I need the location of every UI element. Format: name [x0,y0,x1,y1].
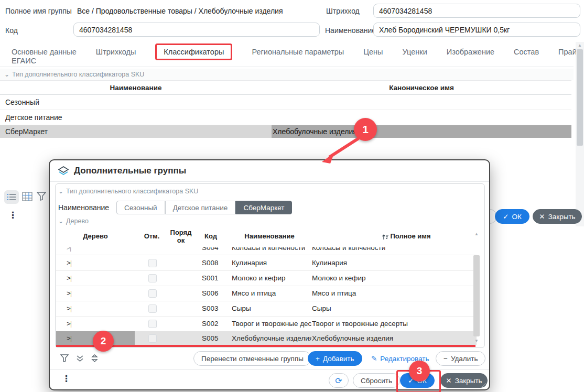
tree-expand-icon[interactable]: >| [67,286,71,301]
modal-kebab-menu[interactable]: ⋮ [62,373,71,384]
tree-expand-icon[interactable]: >| [67,255,71,270]
scroll-up-icon[interactable]: ▲ [474,232,479,236]
classifier-section-bar[interactable]: ⌄ Тип дополнительного классификатора SKU [0,69,574,80]
close-icon: ✕ [539,212,545,221]
tree-expand-icon[interactable]: >| [67,270,71,286]
annotation-arrow [315,115,383,168]
transfer-label: Перенести отмеченные группы [201,355,304,363]
code-label: Код [5,26,18,35]
table-row-clipped[interactable]: >| S004 Колбасы и копчености Колбасы и к… [56,247,477,255]
tab-barcodes[interactable]: Штрихкоды [96,48,136,56]
tab-main-data[interactable]: Основные данные [12,48,77,56]
mcol-fullname[interactable]: Полное имя [343,233,469,241]
tree-expand-icon[interactable]: >| [67,331,71,345]
table-row[interactable]: >| S006 Мясо и птица Мясо и птица [56,286,477,301]
transfer-groups-button[interactable]: Перенести отмеченные группы [193,351,311,366]
cell-code: S002 [202,316,219,331]
page-ok-button[interactable]: ✓ ОК [495,209,529,224]
sort-updown-icon[interactable] [91,354,98,362]
cell-name: Колбасы и копчености [232,247,305,252]
table-row[interactable]: Сезонный [0,95,571,110]
row-checkbox[interactable] [148,304,157,313]
expand-all-icon[interactable] [76,355,84,362]
filter-button[interactable] [37,191,46,201]
refresh-button[interactable]: ⟳ [329,373,349,388]
scroll-down-icon[interactable]: ▼ [474,339,479,343]
mcol-order[interactable]: Порядок [169,229,193,245]
tree-expand-icon[interactable]: >| [67,301,71,316]
segment-sbermarket[interactable]: СберМаркет [235,201,292,214]
page-kebab-menu[interactable]: ⋮ [8,210,17,221]
view-grid-button[interactable] [22,191,33,201]
column-header-canonical[interactable]: Каноническое имя [272,84,571,92]
tree-expand-icon[interactable]: >| [67,316,71,331]
scroll-up-icon[interactable]: ▲ [578,43,582,48]
table-row-selected[interactable]: >| S005 Хлебобулочные изделия Хлебобулоч… [56,331,477,345]
cell-name: Сыры [232,301,311,316]
mcol-code[interactable]: Код [194,233,228,241]
tab-egais[interactable]: ЕГАИС [12,57,36,65]
modal-close-button[interactable]: ✕ Закрыть [440,373,488,388]
filter-icon[interactable] [60,354,69,362]
segment-seasonal[interactable]: Сезонный [116,201,165,214]
mcol-checked[interactable]: Отм. [135,233,169,241]
cell-code: S003 [202,301,219,316]
page-scrollbar-thumb[interactable] [577,49,583,146]
barcode-input[interactable] [373,4,580,18]
tab-markdowns[interactable]: Уценки [403,48,427,56]
page-close-button[interactable]: ✕ Закрыть [533,209,582,224]
resize-handle-icon[interactable] [482,383,486,387]
minus-icon: − [444,355,448,363]
column-header-name[interactable]: Наименование [0,84,272,92]
chevron-down-icon: ⌄ [58,188,63,195]
row-checkbox[interactable] [148,274,157,282]
cell-code: S004 [202,247,219,252]
row-checkbox[interactable] [148,334,157,343]
delete-button[interactable]: − Удалить [436,351,485,366]
segmented-control: Сезонный Детское питание СберМаркет [116,201,292,214]
tab-image[interactable]: Изображение [447,48,494,56]
table-row-selected[interactable]: СберМаркет Хлебобулочные изделия [0,125,571,138]
tab-classifiers[interactable]: Классификаторы [155,43,232,60]
table-row[interactable]: Детское питание [0,110,571,125]
close-icon: ✕ [446,376,451,385]
table-row[interactable]: >| S003 Сыры Сыры [56,301,477,317]
annotation-step-2: 2 [93,331,114,352]
segment-babyfood[interactable]: Детское питание [165,201,236,214]
dialog-classifier-section[interactable]: ⌄ Тип дополнительного классификатора SKU [58,188,198,195]
layers-icon [58,166,69,176]
cell-full: Творог и творожные десерты [312,316,474,331]
table-row[interactable]: >| S001 Молоко и кефир Молоко и кефир [56,270,477,286]
tab-regional[interactable]: Региональные параметры [252,48,344,56]
chevron-down-icon: ⌄ [4,71,9,78]
tab-prices[interactable]: Цены [363,48,383,56]
refresh-icon: ⟳ [335,376,342,386]
cell-full: Мясо и птица [312,286,474,301]
mcol-tree[interactable]: Дерево [56,233,135,241]
modal-toolbar-icons [60,354,98,362]
cell-full: Хлебобулочные изделия [312,331,474,345]
tree-expand-icon[interactable]: >| [67,247,71,255]
view-list-button[interactable] [4,190,19,204]
table-row[interactable]: >| S008 Кулинария Кулинария [56,255,477,271]
code-input[interactable] [73,23,320,37]
row-checkbox[interactable] [148,259,157,267]
name-input[interactable] [373,23,580,37]
reset-button[interactable]: Сбросить [353,373,400,388]
cell-code: S008 [202,255,219,270]
grid-view-icon [22,192,33,201]
pencil-icon: ✎ [371,354,377,363]
row-checkbox[interactable] [148,289,157,298]
table-row[interactable]: >| S002 Творог и творожные десерты Творо… [56,316,477,332]
cell-code: S001 [202,270,219,286]
tab-composition[interactable]: Состав [514,48,539,56]
filter-icon [37,192,46,201]
plus-icon: + [316,355,320,363]
row-checkbox[interactable] [148,320,157,328]
add-button[interactable]: + Добавить [308,351,362,366]
tree-section[interactable]: ⌄ Дерево [58,217,89,225]
barcode-label: Штрихкод [326,7,360,15]
mcol-name[interactable]: Наименование [228,233,311,241]
dialog-title-bar: Дополнительные группы [58,166,186,176]
modal-scrollbar-thumb[interactable] [473,255,480,336]
